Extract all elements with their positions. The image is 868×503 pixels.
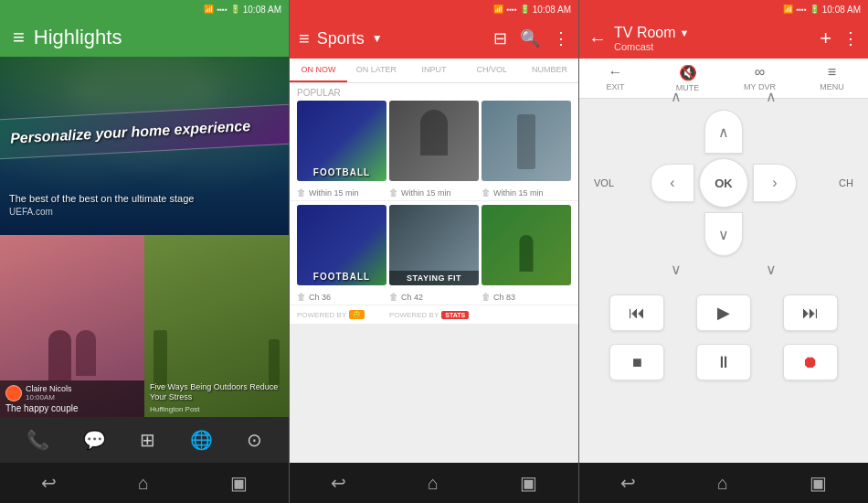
remote-icon[interactable]: ⊟ — [493, 28, 507, 48]
ch-up-btn[interactable]: ∧ — [766, 88, 777, 105]
within-item-2: 🗑 Within 15 min — [389, 187, 479, 198]
menu-icon-3: ≡ — [828, 64, 836, 80]
tab-chvol[interactable]: CH/VOL — [463, 59, 521, 82]
user-name: Claire Nicols — [26, 384, 72, 393]
article-title: Five Ways Being Outdoors Reduce Your Str… — [150, 382, 283, 403]
hero-source: UEFA.com — [9, 207, 194, 217]
back-button-3[interactable]: ↩ — [620, 472, 636, 494]
thumb-sky-1[interactable] — [482, 101, 571, 181]
page-title-1: Highlights — [34, 26, 122, 49]
remote-tab-menu[interactable]: ≡ MENU — [796, 59, 868, 98]
exit-label: EXIT — [606, 82, 624, 91]
back-icon-3[interactable]: ← — [588, 28, 607, 49]
chat-icon[interactable]: 💬 — [83, 429, 106, 451]
ch-down-btn[interactable]: ∨ — [766, 261, 777, 278]
back-button-2[interactable]: ↩ — [331, 472, 346, 494]
recents-button-2[interactable]: ▣ — [520, 472, 537, 494]
prev-btn[interactable]: ⏮ — [609, 294, 664, 331]
more-icon-2[interactable]: ⋮ — [553, 28, 569, 48]
hero-image[interactable]: Personalize your home experience The bes… — [0, 57, 289, 235]
vol-up-btn[interactable]: ∧ — [671, 88, 682, 105]
wifi-icon-3: 📶 — [783, 5, 793, 14]
trash-icon-3[interactable]: 🗑 — [482, 187, 491, 198]
stop-btn[interactable]: ■ — [609, 344, 664, 380]
sports-title: Sports — [317, 29, 365, 48]
panel-highlights: 📶 ▪▪▪▪ 🔋 10:08 AM ≡ Highlights Personali… — [0, 0, 289, 503]
camera-icon[interactable]: ⊙ — [247, 429, 262, 451]
post-time: 10:00AM — [26, 393, 72, 401]
remote-tab-mute[interactable]: 🔇 MUTE — [651, 59, 724, 98]
status-bar-2: 📶 ▪▪▪▪ 🔋 10:08 AM — [290, 0, 578, 18]
home-button-1[interactable]: ⌂ — [138, 473, 149, 494]
next-btn[interactable]: ⏭ — [783, 294, 838, 331]
within-row: 🗑 Within 15 min 🗑 Within 15 min 🗑 Within… — [290, 185, 578, 201]
thumb-forest[interactable] — [482, 205, 571, 285]
recents-button-3[interactable]: ▣ — [810, 472, 827, 494]
thumb-action-1[interactable] — [389, 101, 479, 181]
add-icon[interactable]: + — [820, 27, 831, 50]
signal-icon-3: ▪▪▪▪ — [796, 5, 806, 14]
trash-icon-2[interactable]: 🗑 — [389, 187, 398, 198]
status-bar-1: 📶 ▪▪▪▪ 🔋 10:08 AM — [0, 0, 289, 18]
more-icon-3[interactable]: ⋮ — [842, 28, 859, 48]
trash-icon-1[interactable]: 🗑 — [297, 187, 306, 198]
wifi-icon-2: 📶 — [493, 5, 503, 14]
record-btn[interactable]: ⏺ — [783, 344, 838, 380]
panel1-header: ≡ Highlights — [0, 18, 289, 57]
home-button-2[interactable]: ⌂ — [428, 473, 439, 494]
ch-row: 🗑 Ch 36 🗑 Ch 42 🗑 Ch 83 — [290, 289, 578, 305]
exit-icon: ← — [609, 64, 623, 80]
hero-subtext: The best of the best on the ultimate sta… — [9, 193, 194, 204]
powered-logo-2: STATS — [441, 311, 469, 319]
menu-icon-2[interactable]: ≡ — [299, 28, 310, 49]
tab-number[interactable]: NUMBER — [521, 59, 578, 82]
recents-button-1[interactable]: ▣ — [230, 472, 248, 494]
trash-icon-5[interactable]: 🗑 — [389, 292, 398, 302]
ch-text-2: Ch 42 — [401, 293, 423, 302]
status-bar-3: 📶 ▪▪▪▪ 🔋 10:08 AM — [579, 0, 868, 18]
thumb-football-2[interactable]: FOOTBALL — [297, 205, 386, 285]
phone-icon[interactable]: 📞 — [26, 429, 49, 451]
remote-tab-exit[interactable]: ← EXIT — [579, 59, 651, 98]
dpad-up[interactable]: ∧ — [704, 110, 743, 154]
globe-icon[interactable]: 🌐 — [190, 429, 213, 451]
panel2-tabs: ON NOW ON LATER INPUT CH/VOL NUMBER — [290, 59, 578, 83]
tab-on-later[interactable]: ON LATER — [347, 59, 405, 82]
bottom-left-overlay: Claire Nicols 10:00AM The happy couple — [0, 380, 144, 417]
menu-icon-1[interactable]: ≡ — [13, 26, 25, 49]
mute-icon: 🔇 — [679, 64, 697, 81]
tab-input[interactable]: INPUT — [405, 59, 462, 82]
popular-label: POPULAR — [290, 83, 578, 101]
playback-row-1: ⏮ ▶ ⏭ — [594, 294, 853, 331]
tab-on-now[interactable]: ON NOW — [290, 59, 347, 82]
bottom-left-card[interactable]: Claire Nicols 10:00AM The happy couple — [0, 235, 144, 417]
battery-icon: 🔋 — [230, 5, 240, 14]
remote-tab-dvr[interactable]: ∞ MY DVR — [724, 59, 796, 98]
powered-item-1: POWERED BY 😊 — [297, 310, 386, 319]
dropdown-icon-2[interactable]: ▼ — [372, 32, 383, 45]
vol-down-btn[interactable]: ∨ — [671, 261, 682, 278]
thumb-football-1[interactable]: FOOTBALL — [297, 101, 386, 181]
play-btn[interactable]: ▶ — [696, 294, 751, 331]
search-icon-2[interactable]: 🔍 — [520, 28, 540, 48]
pause-btn[interactable]: ⏸ — [696, 344, 751, 380]
within-text-2: Within 15 min — [401, 188, 451, 198]
dpad-left[interactable]: ‹ — [651, 164, 694, 202]
dpad-ok[interactable]: OK — [699, 158, 748, 208]
trash-icon-6[interactable]: 🗑 — [482, 292, 491, 302]
ch-text-1: Ch 36 — [309, 293, 331, 302]
thumb-runner[interactable]: STAYING FIT — [389, 205, 479, 285]
trash-icon-4[interactable]: 🗑 — [297, 292, 306, 302]
apps-icon[interactable]: ⊞ — [140, 429, 155, 451]
wifi-icon: 📶 — [204, 5, 214, 14]
within-item-1: 🗑 Within 15 min — [297, 187, 386, 198]
back-button-1[interactable]: ↩ — [41, 472, 57, 494]
panel-sports: 📶 ▪▪▪▪ 🔋 10:08 AM ≡ Sports ▼ ⊟ 🔍 ⋮ ON NO… — [289, 0, 578, 503]
dpad-down[interactable]: ∨ — [704, 212, 743, 256]
dropdown-icon-3[interactable]: ▼ — [680, 27, 690, 38]
home-button-3[interactable]: ⌂ — [717, 473, 728, 494]
bottom-right-card[interactable]: Five Ways Being Outdoors Reduce Your Str… — [144, 235, 289, 417]
action-bar: 📞 💬 ⊞ 🌐 ⊙ — [0, 417, 289, 463]
dpad-right[interactable]: › — [753, 164, 797, 202]
signal-icon-2: ▪▪▪▪ — [506, 5, 516, 14]
